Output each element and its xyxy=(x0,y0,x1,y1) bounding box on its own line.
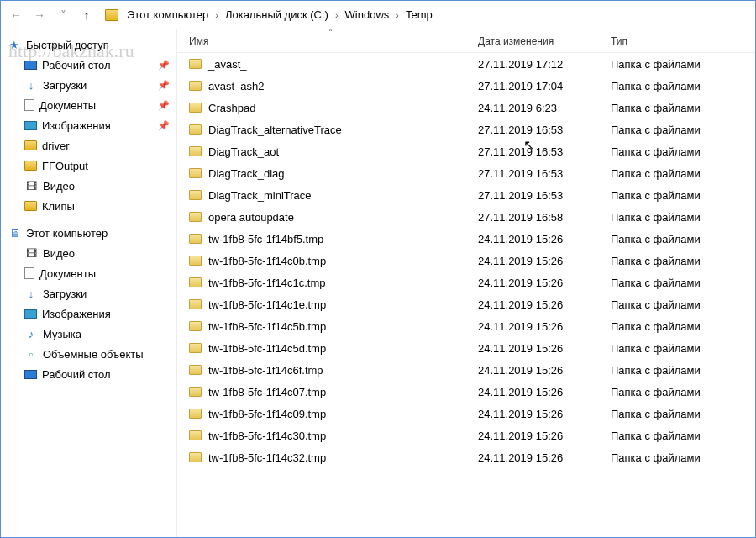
sidebar-item-label: Загрузки xyxy=(43,287,87,300)
this-pc-node[interactable]: 🖥 Этот компьютер xyxy=(1,223,176,243)
breadcrumb-item[interactable]: Windows xyxy=(344,7,391,23)
column-header-name[interactable]: Имя xyxy=(189,35,478,47)
file-date: 24.11.2019 15:26 xyxy=(478,298,611,311)
sidebar-item-label: Видео xyxy=(43,180,75,193)
sidebar-item-label: Рабочий стол xyxy=(42,59,111,71)
file-type: Папка с файлами xyxy=(611,386,755,398)
chevron-right-icon[interactable]: › xyxy=(333,10,340,20)
sidebar-item-label: Видео xyxy=(43,247,75,260)
video-icon: 🎞 xyxy=(24,246,38,260)
file-row[interactable]: DiagTrack_alternativeTrace27.11.2019 16:… xyxy=(177,119,755,140)
obj-icon: ▫ xyxy=(24,347,38,361)
file-type: Папка с файлами xyxy=(611,277,755,289)
file-row[interactable]: tw-1fb8-5fc-1f14c0b.tmp24.11.2019 15:26П… xyxy=(177,250,755,272)
folder-icon xyxy=(189,321,202,331)
file-row[interactable]: DiagTrack_diag27.11.2019 16:53Папка с фа… xyxy=(177,162,755,184)
sidebar-item[interactable]: 🎞Видео xyxy=(1,176,176,196)
chevron-right-icon[interactable]: › xyxy=(213,10,220,20)
sidebar-item-label: Музыка xyxy=(43,328,81,340)
document-icon xyxy=(24,99,34,111)
sidebar-item-label: Объемные объекты xyxy=(43,348,144,361)
file-row[interactable]: tw-1fb8-5fc-1f14bf5.tmp24.11.2019 15:26П… xyxy=(177,228,755,250)
sidebar-item[interactable]: Изображения xyxy=(1,303,176,324)
file-type: Папка с файлами xyxy=(611,342,755,355)
sidebar-item[interactable]: Документы📌 xyxy=(1,95,176,115)
file-type: Папка с файлами xyxy=(611,364,755,377)
sidebar-item[interactable]: Рабочий стол📌 xyxy=(1,55,176,75)
sidebar-item[interactable]: ↓Загрузки📌 xyxy=(1,75,176,95)
folder-icon xyxy=(189,430,202,440)
sidebar-item[interactable]: ↓Загрузки xyxy=(1,283,176,303)
file-row[interactable]: tw-1fb8-5fc-1f14c09.tmp24.11.2019 15:26П… xyxy=(177,403,755,425)
folder-icon xyxy=(24,161,37,171)
pin-icon: 📌 xyxy=(158,120,170,131)
file-row[interactable]: tw-1fb8-5fc-1f14c30.tmp24.11.2019 15:26П… xyxy=(177,425,755,446)
file-row[interactable]: DiagTrack_aot27.11.2019 16:53Папка с фай… xyxy=(177,140,755,162)
file-row[interactable]: DiagTrack_miniTrace27.11.2019 16:53Папка… xyxy=(177,184,755,206)
nav-forward-button[interactable]: → xyxy=(29,5,50,25)
column-header-date[interactable]: Дата изменения xyxy=(478,35,611,47)
sidebar-item[interactable]: Клипы xyxy=(1,196,176,216)
file-date: 24.11.2019 15:26 xyxy=(478,255,611,267)
breadcrumb-item[interactable]: Локальный диск (C:) xyxy=(223,7,330,23)
file-row[interactable]: Crashpad24.11.2019 6:23Папка с файлами xyxy=(177,97,755,119)
sidebar-item[interactable]: Документы xyxy=(1,263,176,283)
file-type: Папка с файлами xyxy=(611,102,755,114)
file-name: tw-1fb8-5fc-1f14bf5.tmp xyxy=(208,233,323,245)
file-row[interactable]: tw-1fb8-5fc-1f14c5d.tmp24.11.2019 15:26П… xyxy=(177,337,755,359)
sidebar-item[interactable]: 🎞Видео xyxy=(1,243,176,263)
file-row[interactable]: _avast_27.11.2019 17:12Папка с файлами xyxy=(177,53,755,75)
file-date: 24.11.2019 15:26 xyxy=(478,364,611,377)
quick-access-node[interactable]: ★ Быстрый доступ xyxy=(1,34,176,55)
file-row[interactable]: tw-1fb8-5fc-1f14c6f.tmp24.11.2019 15:26П… xyxy=(177,359,755,381)
address-bar: ← → ˅ ↑ Этот компьютер › Локальный диск … xyxy=(1,1,755,29)
file-type: Папка с файлами xyxy=(611,167,755,180)
folder-icon xyxy=(189,168,202,178)
folder-icon xyxy=(189,256,202,266)
sidebar-item[interactable]: Изображения📌 xyxy=(1,115,176,135)
column-header-type[interactable]: Тип xyxy=(611,35,755,47)
file-row[interactable]: tw-1fb8-5fc-1f14c5b.tmp24.11.2019 15:26П… xyxy=(177,315,755,337)
sidebar-item[interactable]: Рабочий стол xyxy=(1,364,176,384)
file-date: 24.11.2019 15:26 xyxy=(478,408,611,420)
file-type: Папка с файлами xyxy=(611,451,755,464)
file-type: Папка с файлами xyxy=(611,298,755,311)
file-name: tw-1fb8-5fc-1f14c32.tmp xyxy=(208,451,326,464)
pc-icon: 🖥 xyxy=(8,226,21,240)
sidebar-item[interactable]: FFOutput xyxy=(1,156,176,176)
file-date: 24.11.2019 15:26 xyxy=(478,320,611,333)
music-icon: ♪ xyxy=(24,327,38,340)
file-name: DiagTrack_alternativeTrace xyxy=(208,124,342,136)
breadcrumb-item[interactable]: Этот компьютер xyxy=(125,7,210,23)
sidebar-item-label: FFOutput xyxy=(42,160,88,172)
folder-icon xyxy=(189,124,202,134)
star-icon: ★ xyxy=(8,38,21,51)
nav-back-button[interactable]: ← xyxy=(6,5,26,25)
file-row[interactable]: tw-1fb8-5fc-1f14c07.tmp24.11.2019 15:26П… xyxy=(177,381,755,403)
desktop-icon xyxy=(24,370,37,379)
sidebar-item[interactable]: ▫Объемные объекты xyxy=(1,344,176,364)
file-row[interactable]: tw-1fb8-5fc-1f14c1c.tmp24.11.2019 15:26П… xyxy=(177,272,755,293)
file-type: Папка с файлами xyxy=(611,145,755,158)
folder-icon xyxy=(189,277,202,287)
sidebar-item[interactable]: driver xyxy=(1,135,176,156)
file-date: 27.11.2019 17:12 xyxy=(478,58,611,71)
file-name: DiagTrack_miniTrace xyxy=(208,189,312,202)
breadcrumb-item[interactable]: Temp xyxy=(404,7,434,23)
chevron-right-icon[interactable]: › xyxy=(394,10,401,20)
desktop-icon xyxy=(24,61,37,70)
file-row[interactable]: opera autoupdate27.11.2019 16:58Папка с … xyxy=(177,206,755,228)
this-pc-label: Этот компьютер xyxy=(26,227,108,240)
folder-icon xyxy=(189,299,202,309)
file-row[interactable]: avast_ash227.11.2019 17:04Папка с файлам… xyxy=(177,75,755,97)
folder-icon xyxy=(189,103,202,113)
sidebar-item-label: Клипы xyxy=(42,200,75,213)
nav-up-button[interactable]: ↑ xyxy=(76,5,97,25)
nav-recent-dropdown[interactable]: ˅ xyxy=(53,5,73,25)
sidebar-item[interactable]: ♪Музыка xyxy=(1,324,176,344)
pin-icon: 📌 xyxy=(158,80,170,91)
file-date: 24.11.2019 15:26 xyxy=(478,386,611,398)
quick-access-label: Быстрый доступ xyxy=(26,39,109,51)
file-row[interactable]: tw-1fb8-5fc-1f14c1e.tmp24.11.2019 15:26П… xyxy=(177,293,755,315)
file-row[interactable]: tw-1fb8-5fc-1f14c32.tmp24.11.2019 15:26П… xyxy=(177,446,755,468)
